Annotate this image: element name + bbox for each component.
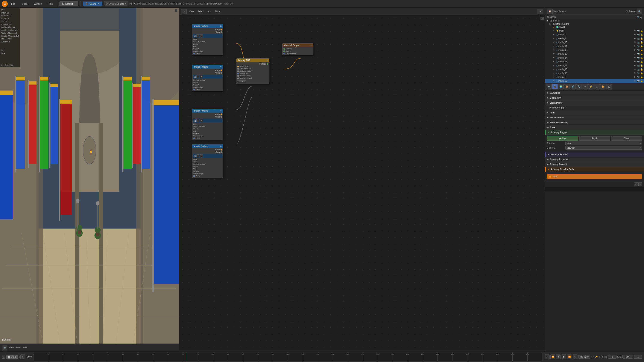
eye-mesh_18[interactable]: 👁 <box>633 68 636 71</box>
eye-mesh_10[interactable]: 👁 <box>633 41 636 44</box>
play-rev-btn[interactable]: ◀ <box>556 355 561 359</box>
section-armory-exporter[interactable]: ▶ Armory Exporter <box>545 157 644 162</box>
current-frame-input[interactable] <box>634 355 642 359</box>
socket-alpha-out-2[interactable] <box>220 72 222 74</box>
patch-button[interactable]: Patch <box>579 136 610 141</box>
tree-item-mesh-10[interactable]: ▼ △ mesh_10 👁 📷 🔒 <box>545 40 644 44</box>
socket-alpha-out-4[interactable] <box>220 151 222 153</box>
tree-item-mesh-15[interactable]: ▼ △ mesh_15 👁 📷 🔒 <box>545 60 644 63</box>
menu-window[interactable]: Window <box>32 2 44 6</box>
node-armory-pbr[interactable]: Armory PBR ✕ Surface Base Color Occlusio… <box>236 58 270 84</box>
step-back-btn[interactable]: ⏪ <box>550 355 555 359</box>
ne-add-label[interactable]: Add <box>206 10 212 13</box>
socket-color-out-2[interactable] <box>220 69 222 71</box>
render-mesh_19[interactable]: 📷 <box>637 72 640 75</box>
scene-view-btn[interactable]: 📋 <box>547 8 552 14</box>
node-material-output[interactable]: Material Output ✕ Surface Volume Displac… <box>282 43 314 55</box>
section-sampling[interactable]: ▶ Sampling <box>545 90 644 95</box>
tree-render-icon-point[interactable]: 📷 <box>637 29 640 32</box>
node-close-pbr[interactable]: ✕ <box>266 59 268 61</box>
node-img-btn2[interactable]: ✕ <box>200 34 203 37</box>
eye-mesh_11[interactable]: 👁 <box>633 45 636 48</box>
tree-item-mesh-12[interactable]: ▼ △ mesh_12 👁 📷 🔒 <box>545 48 644 52</box>
prop-btn-texture[interactable]: 🖼 <box>606 84 612 89</box>
runtime-dropdown[interactable]: Krom ▾ <box>566 142 642 145</box>
node-editor-canvas[interactable]: Image Texture ✕ Color Alpha 🖼 <box>179 15 545 351</box>
socket-basecolor-in[interactable] <box>237 66 239 67</box>
eye-mesh_15[interactable]: 👁 <box>633 60 636 63</box>
prop-btn-scene[interactable]: 🎬 <box>552 84 558 89</box>
socket-normalmap-in[interactable] <box>237 73 239 74</box>
lock-mesh_17[interactable]: 🔒 <box>640 64 643 67</box>
end-frame-input[interactable] <box>622 355 633 359</box>
clean-button[interactable]: Clean <box>611 136 642 141</box>
tree-item-renderlayers[interactable]: ▶ 🗂 RenderLayers <box>545 22 644 25</box>
lock-mesh_20[interactable]: 🔒 <box>640 79 643 82</box>
prop-btn-world[interactable]: 🌍 <box>558 84 564 89</box>
pause-icon-btn[interactable]: ⏸ <box>20 355 25 359</box>
tree-item-world[interactable]: ● 🌍 World <box>545 25 644 29</box>
workspace-tab-default[interactable]: ⊞ Default + <box>60 1 78 6</box>
tree-item-point[interactable]: ● 💡 Point 👁 📷 🔒 <box>545 29 644 32</box>
node-editor-corner-btn[interactable]: ⌟ <box>540 17 544 20</box>
render-mesh_0[interactable]: 📷 <box>637 33 640 36</box>
eye-mesh_12[interactable]: 👁 <box>633 48 636 51</box>
play-button[interactable]: ▶ Play <box>547 136 578 141</box>
viewport-corner-btn[interactable]: ⌟ <box>174 9 178 12</box>
tree-item-mesh-1[interactable]: ▼ △ mesh_1 👁 📷 🔒 <box>545 36 644 40</box>
eye-mesh_13[interactable]: 👁 <box>633 52 636 55</box>
node-image-field-3[interactable]: 🖼 + ✕ <box>193 119 222 122</box>
tree-item-mesh-20[interactable]: ▼ △ mesh_20 👁 📷 🔒 <box>545 79 644 83</box>
section-light-paths[interactable]: ▶ Light Paths <box>545 100 644 105</box>
node-close-material[interactable]: ✕ <box>310 44 312 46</box>
node-image-field-1[interactable]: 🖼 + ✕ <box>193 34 222 38</box>
socket-vector-in-1[interactable] <box>193 53 195 54</box>
tree-item-mesh-2[interactable]: ▼ △ mesh_2 👁 📷 🔒 <box>545 75 644 79</box>
render-mesh_14[interactable]: 📷 <box>637 56 640 59</box>
lock-mesh_10[interactable]: 🔒 <box>640 41 643 44</box>
socket-height-in[interactable] <box>237 75 239 77</box>
start-frame-input[interactable] <box>608 355 616 359</box>
scene-tab[interactable]: 🎬 Scene ✕ <box>83 1 102 6</box>
path-add-btn[interactable]: + <box>634 182 638 186</box>
eye-mesh_17[interactable]: 👁 <box>633 64 636 67</box>
blender-logo[interactable]: B <box>2 1 8 7</box>
node-editor-icon[interactable]: ⬡ <box>181 9 186 14</box>
prop-btn-particles[interactable]: ✦ <box>582 84 588 89</box>
ne-node-label[interactable]: Node <box>214 10 222 13</box>
lock-mesh_2[interactable]: 🔒 <box>640 75 643 78</box>
socket-vector-in-4[interactable] <box>193 175 195 177</box>
node-img-btn5[interactable]: + <box>196 119 200 122</box>
skip-end-btn[interactable]: ⏭ <box>573 355 578 359</box>
menu-render[interactable]: Render <box>18 2 30 6</box>
render-mesh_20[interactable]: 📷 <box>637 79 640 82</box>
play-icon-btn[interactable]: ▶ <box>2 355 5 359</box>
node-close-1[interactable]: ✕ <box>220 25 222 27</box>
lock-mesh_11[interactable]: 🔒 <box>640 45 643 48</box>
socket-roughness-in[interactable] <box>237 70 239 72</box>
lock-mesh_18[interactable]: 🔒 <box>640 68 643 71</box>
search-btn[interactable]: 🔍 <box>637 8 642 14</box>
socket-displacement-in[interactable] <box>283 53 285 54</box>
path-item[interactable]: ◉ Path <box>547 174 642 179</box>
eye-mesh_19[interactable]: 👁 <box>633 72 636 75</box>
menu-file[interactable]: File <box>9 2 17 6</box>
nosync-btn[interactable]: No Sync <box>578 355 590 359</box>
tree-item-mesh-11[interactable]: ▼ △ mesh_11 👁 📷 🔒 <box>545 44 644 48</box>
lock-mesh_15[interactable]: 🔒 <box>640 60 643 63</box>
step-fwd-btn[interactable]: ⏩ <box>567 355 572 359</box>
node-image-texture-3[interactable]: Image Texture ✕ Color Alpha 🖼 <box>192 109 223 140</box>
viewport-canvas[interactable]: 🦁 <box>0 8 179 344</box>
prop-btn-render[interactable]: 📷 <box>546 84 552 89</box>
ne-view-label[interactable]: View <box>188 10 195 13</box>
render-mesh_11[interactable]: 📷 <box>637 45 640 48</box>
lock-mesh_0[interactable]: 🔒 <box>640 33 643 36</box>
lock-mesh_19[interactable]: 🔒 <box>640 72 643 75</box>
eye-mesh_0[interactable]: 👁 <box>633 33 636 36</box>
node-image-field-2[interactable]: 🖼 + ✕ <box>193 75 222 78</box>
section-armory-player[interactable]: ▼ Armory Player <box>545 130 644 135</box>
section-geometry[interactable]: ▶ Geometry <box>545 95 644 100</box>
node-image-texture-2[interactable]: Image Texture ✕ Color Alpha 🖼 <box>192 65 223 91</box>
node-close-4[interactable]: ✕ <box>220 145 222 147</box>
tree-lock-icon-point[interactable]: 🔒 <box>640 29 643 32</box>
